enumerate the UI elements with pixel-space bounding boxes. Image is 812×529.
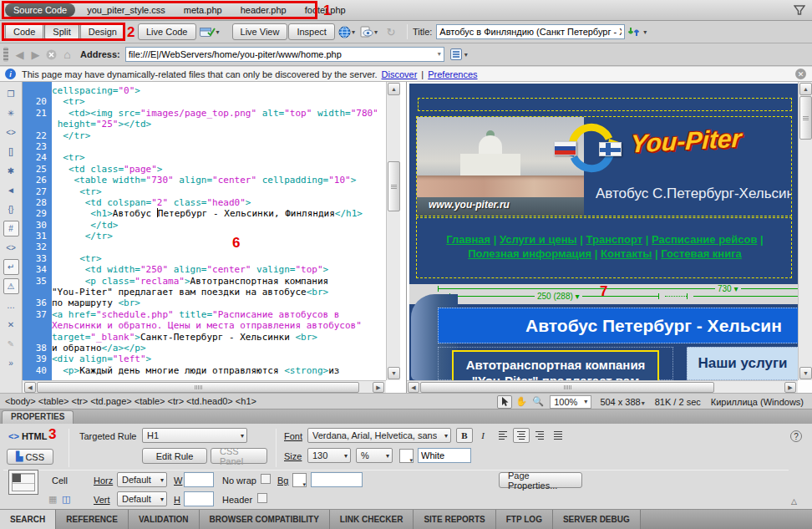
align-right-icon[interactable] [531, 428, 548, 443]
design-nav-link[interactable]: Гостевая книга [661, 247, 742, 260]
back-icon[interactable]: ◀ [13, 48, 27, 62]
source-code-tab[interactable]: Source Code [5, 3, 75, 17]
select-parent-tag-icon[interactable]: ◄ [3, 182, 19, 198]
open-documents-icon[interactable]: ❐ [3, 86, 19, 102]
align-justify-icon[interactable] [550, 428, 566, 443]
css-panel-button[interactable]: CSS Panel [211, 448, 267, 464]
design-canvas[interactable]: www.you-piter.ru You-Piter Автобус С.Пет… [409, 84, 799, 380]
horz-select[interactable]: Default▾ [117, 472, 167, 487]
edit-rule-button[interactable]: Edit Rule [142, 448, 207, 464]
code-editor[interactable]: cellspacing="0">20 <tr>21 <td><img src="… [23, 85, 377, 379]
remove-comment-icon[interactable]: ✕ [3, 317, 19, 333]
design-nav-link[interactable]: Главная [446, 233, 490, 246]
code-line[interactable]: 27 <tr> [23, 186, 377, 197]
design-site-header[interactable]: www.you-piter.ru You-Piter Автобус С.Пет… [416, 116, 792, 216]
split-cell-icon[interactable]: ◫ [62, 494, 70, 505]
toolbar-grip[interactable] [3, 47, 8, 62]
page-properties-button[interactable]: Page Properties... [499, 472, 582, 488]
preferences-link[interactable]: Preferences [428, 69, 477, 79]
text-color-field[interactable] [418, 448, 471, 463]
code-line[interactable]: 22 </tr> [23, 130, 377, 141]
code-line[interactable]: 36по маршруту <br> [23, 298, 377, 308]
code-line[interactable]: target="_blank">Санкт-Петербург - Хельси… [23, 332, 377, 343]
filter-related-files-icon[interactable] [794, 4, 805, 16]
size-select[interactable]: 130▾ [307, 448, 351, 463]
balance-braces-icon[interactable]: {} [3, 201, 19, 217]
tag-selector[interactable]: <body> <table> <tr> <td.page> <table> <t… [5, 396, 256, 406]
font-select[interactable]: Verdana, Arial, Helvetica, sans-serif▾ [307, 428, 451, 443]
code-line[interactable]: 38и обратно</a></p> [23, 343, 377, 354]
check-browser-compatibility-icon[interactable]: ▾ [199, 23, 221, 40]
code-line[interactable]: 26 <table width="730" align="center" cel… [23, 175, 377, 186]
word-wrap-icon[interactable]: ↵ [3, 259, 19, 275]
discover-link[interactable]: Discover [382, 69, 418, 79]
code-line[interactable]: "You-Piter" предлагает вам поездки на ав… [23, 287, 377, 298]
html-mode-button[interactable]: <> HTML [8, 431, 47, 441]
results-tab-site-reports[interactable]: SITE REPORTS [414, 510, 495, 529]
vert-select[interactable]: Default▾ [117, 491, 167, 506]
design-nav-link[interactable]: Расписание рейсов [652, 233, 757, 246]
code-line[interactable]: 24 <tr> [23, 152, 377, 163]
live-code-button[interactable]: Live Code [138, 23, 196, 40]
code-line[interactable]: 29 <h1>Автобус Петербург - Хельсинки, Фи… [23, 208, 377, 219]
results-tab-browser-compatibility[interactable]: BROWSER COMPATIBILITY [200, 510, 330, 529]
stop-icon[interactable] [44, 48, 58, 62]
size-unit-select[interactable]: %▾ [356, 448, 393, 463]
code-line[interactable]: height="25"></td> [23, 119, 377, 130]
design-nav-link[interactable]: Полезная информация [468, 247, 591, 260]
text-color-swatch[interactable] [399, 449, 414, 463]
properties-panel-tab[interactable]: PROPERTIES [2, 410, 74, 424]
format-source-code-icon[interactable]: ✎ [3, 336, 19, 352]
header-checkbox[interactable] [257, 493, 267, 503]
code-line[interactable]: 21 <td><img src="images/page_top.png" al… [23, 108, 377, 119]
preview-in-browser-icon[interactable]: ▾ [337, 23, 356, 40]
code-line[interactable]: 39<div align="left"> [23, 354, 377, 364]
code-line[interactable]: 34 <td width="250" align="center" valign… [23, 264, 377, 275]
related-file-tab[interactable]: meta.php [184, 5, 222, 15]
address-input[interactable] [125, 47, 444, 62]
design-nav-link[interactable]: Услуги и цены [500, 233, 577, 246]
design-horizontal-scrollbar[interactable]: ◀ ▶ [407, 380, 798, 393]
italic-button[interactable]: I [475, 428, 491, 443]
code-line[interactable]: Хельсинки и обратно. Цены и места отправ… [23, 320, 377, 331]
align-left-icon[interactable] [495, 428, 511, 443]
results-tab-reference[interactable]: REFERENCE [56, 510, 129, 529]
height-input[interactable] [184, 491, 214, 506]
design-view-button[interactable]: Design [80, 23, 125, 40]
code-line[interactable]: 35 <p class="reclama">Автотранспортная к… [23, 276, 377, 287]
inspect-button[interactable]: Inspect [288, 23, 334, 40]
design-h1-heading[interactable]: Автобус Петербург - Хельсин [438, 308, 799, 343]
code-navigator-icon[interactable]: ✳ [3, 105, 19, 121]
view-options-icon[interactable]: ▾ [449, 46, 469, 63]
code-line[interactable]: 28 <td colspan="2" class="head0"> [23, 197, 377, 208]
code-line[interactable]: 33 <tr> [23, 253, 377, 264]
refresh-icon[interactable]: ↻ [382, 23, 400, 40]
recent-snippets-icon[interactable]: » [3, 355, 19, 371]
live-view-button[interactable]: Live View [232, 23, 288, 40]
code-line[interactable]: cellspacing="0"> [23, 85, 377, 96]
hand-tool-icon[interactable]: ✋ [514, 395, 529, 409]
help-icon[interactable]: ? [790, 430, 802, 442]
code-line[interactable]: 40 <p>Каждый день многие люди отправляют… [23, 365, 377, 376]
design-vertical-scrollbar[interactable]: ▲ ▼ [798, 82, 812, 380]
related-file-tab[interactable]: you_piter_style.css [87, 5, 165, 15]
code-view-button[interactable]: Code [5, 23, 43, 40]
select-tool-icon[interactable] [497, 395, 512, 409]
code-line[interactable]: 30 </td> [23, 220, 377, 231]
title-input[interactable] [436, 24, 625, 39]
code-vertical-scrollbar[interactable]: ▲ ▼ [386, 82, 400, 380]
code-line[interactable]: 23 [23, 141, 377, 152]
code-horizontal-scrollbar[interactable]: ◀ ▶ [23, 380, 386, 393]
width-input[interactable] [184, 472, 214, 487]
results-tab-link-checker[interactable]: LINK CHECKER [330, 510, 414, 529]
forward-icon[interactable]: ▶ [28, 48, 43, 62]
design-services-cell[interactable]: Наши услуги [687, 347, 799, 380]
check-page-icon[interactable]: ▾ [359, 23, 378, 40]
line-numbers-icon[interactable]: # [3, 221, 19, 237]
nowrap-checkbox[interactable] [261, 474, 271, 484]
file-management-icon[interactable]: ▾ [627, 23, 647, 40]
bold-button[interactable]: B [456, 428, 473, 443]
column-width-menu-250[interactable]: 250 (288) ▾ [535, 292, 582, 301]
collapse-selection-icon[interactable]: [] [3, 144, 19, 160]
window-size-select[interactable]: 504 x 388▾ [600, 397, 644, 407]
